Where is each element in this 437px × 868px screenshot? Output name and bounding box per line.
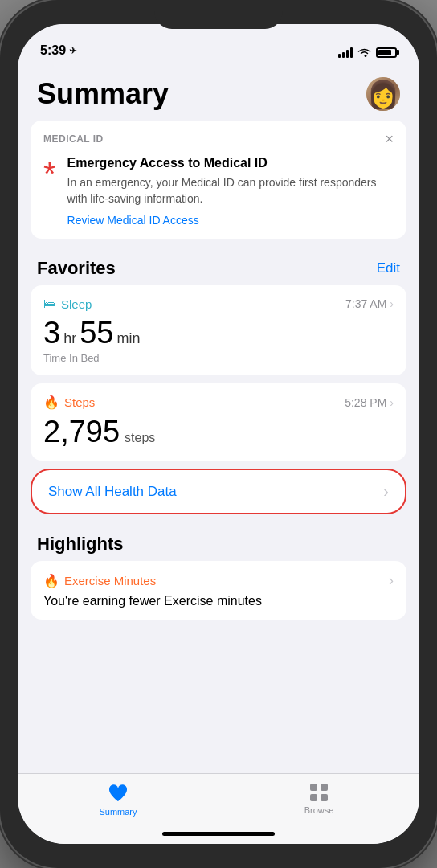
- sleep-unit-min: min: [116, 330, 140, 347]
- sleep-header: 🛏 Sleep 7:37 AM ›: [43, 297, 394, 311]
- sleep-card[interactable]: 🛏 Sleep 7:37 AM › 3 hr 55 min Time In Be…: [31, 285, 406, 375]
- medical-id-body-text: In an emergency, your Medical ID can pro…: [67, 175, 394, 207]
- page-title: Summary: [37, 77, 169, 111]
- battery-fill: [378, 50, 391, 55]
- steps-chevron: ›: [390, 396, 394, 409]
- battery-icon: [376, 47, 397, 58]
- svg-rect-0: [310, 784, 317, 791]
- steps-name: 🔥 Steps: [43, 395, 95, 410]
- steps-time-value: 5:28 PM: [345, 396, 386, 409]
- sleep-time-value: 7:37 AM: [345, 297, 386, 310]
- steps-header: 🔥 Steps 5:28 PM ›: [43, 395, 394, 410]
- sleep-chevron: ›: [390, 297, 394, 310]
- sleep-label: Sleep: [61, 297, 92, 311]
- phone-device: 5:39 ✈: [0, 0, 437, 868]
- tab-summary-label: Summary: [99, 807, 137, 817]
- svg-rect-1: [321, 784, 328, 791]
- exercise-chevron: ›: [389, 572, 394, 589]
- exercise-label: Exercise Minutes: [64, 574, 156, 588]
- exercise-text: You're earning fewer Exercise minutes: [43, 594, 394, 608]
- avatar-image: [366, 77, 400, 111]
- favorites-edit-button[interactable]: Edit: [377, 260, 400, 276]
- medical-id-card: MEDICAL ID × * Emergency Access to Medic…: [31, 121, 406, 239]
- phone-screen: 5:39 ✈: [18, 24, 419, 844]
- show-all-health-data-button[interactable]: Show All Health Data ›: [31, 469, 406, 514]
- medical-id-label: MEDICAL ID: [43, 133, 104, 145]
- steps-time: 5:28 PM ›: [345, 396, 394, 409]
- grid-icon: [308, 782, 329, 803]
- tab-browse[interactable]: Browse: [218, 782, 419, 815]
- home-indicator: [162, 832, 275, 836]
- favorites-title: Favorites: [37, 258, 116, 279]
- exercise-minutes-card[interactable]: 🔥 Exercise Minutes › You're earning fewe…: [31, 561, 406, 620]
- sleep-hours: 3: [43, 316, 60, 350]
- signal-bars: [338, 47, 353, 58]
- status-icons: [338, 47, 397, 58]
- avatar[interactable]: [366, 77, 400, 111]
- signal-bar-3: [346, 50, 349, 58]
- status-bar: 5:39 ✈: [18, 24, 419, 64]
- steps-card[interactable]: 🔥 Steps 5:28 PM › 2,795 steps: [31, 383, 406, 461]
- wifi-icon: [357, 47, 371, 58]
- header: Summary: [18, 64, 419, 121]
- svg-rect-2: [310, 794, 317, 801]
- sleep-icon: 🛏: [43, 297, 56, 311]
- medical-id-body: * Emergency Access to Medical ID In an e…: [43, 156, 394, 227]
- steps-unit: steps: [125, 431, 155, 445]
- close-button[interactable]: ×: [385, 132, 394, 146]
- sleep-time: 7:37 AM ›: [345, 297, 394, 310]
- signal-bar-4: [350, 47, 353, 58]
- medical-asterisk: *: [43, 158, 56, 190]
- exercise-minutes-name: 🔥 Exercise Minutes: [43, 573, 156, 588]
- sleep-subtitle: Time In Bed: [43, 352, 394, 364]
- sleep-unit-hr: hr: [63, 330, 76, 347]
- sleep-name: 🛏 Sleep: [43, 297, 92, 311]
- review-medical-id-link[interactable]: Review Medical ID Access: [67, 214, 199, 227]
- content-area: Summary MEDICAL ID × * Emergency Access …: [18, 64, 419, 844]
- show-all-label: Show All Health Data: [48, 484, 177, 500]
- highlights-title: Highlights: [37, 534, 124, 555]
- steps-label: Steps: [64, 395, 95, 409]
- location-icon: ✈: [69, 45, 77, 56]
- sleep-value-row: 3 hr 55 min: [43, 316, 394, 350]
- tab-browse-label: Browse: [304, 805, 334, 815]
- show-all-chevron: ›: [383, 482, 389, 501]
- exercise-minutes-header: 🔥 Exercise Minutes ›: [43, 572, 394, 589]
- medical-id-title: Emergency Access to Medical ID: [67, 156, 394, 170]
- medical-id-header: MEDICAL ID ×: [43, 132, 394, 146]
- medical-text: Emergency Access to Medical ID In an eme…: [67, 156, 394, 227]
- highlights-section-header: Highlights: [18, 530, 419, 561]
- svg-rect-3: [321, 794, 328, 801]
- notch: [154, 0, 283, 29]
- signal-bar-2: [342, 52, 345, 58]
- status-time: 5:39: [40, 43, 66, 58]
- tab-summary[interactable]: Summary: [18, 782, 218, 817]
- signal-bar-1: [338, 54, 341, 58]
- favorites-section-header: Favorites Edit: [18, 255, 419, 285]
- heart-icon: [107, 782, 129, 805]
- steps-value-row: 2,795 steps: [43, 415, 394, 449]
- steps-count: 2,795: [43, 415, 120, 449]
- steps-icon: 🔥: [43, 395, 59, 410]
- sleep-minutes: 55: [80, 316, 113, 350]
- exercise-icon: 🔥: [43, 573, 59, 588]
